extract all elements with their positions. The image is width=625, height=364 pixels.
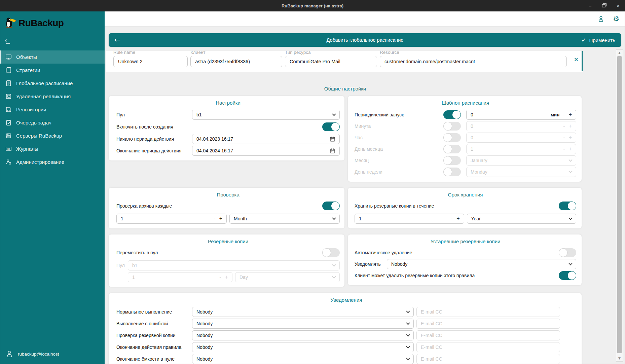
rubackup-logo: RuBackup [0, 11, 105, 35]
sidebar-item-logs[interactable]: log Журналы [0, 142, 105, 155]
retention-period-select[interactable]: Year [467, 214, 577, 224]
scrollbar-thumb[interactable] [617, 56, 622, 353]
chevron-down-icon [568, 169, 572, 173]
backup-verification-select[interactable]: Nobody [192, 330, 414, 340]
period-start-input[interactable]: 04.04.2023 16:17 0 [192, 134, 340, 144]
restore-icon[interactable] [602, 4, 605, 8]
pool-select[interactable]: b1 [192, 110, 340, 120]
notify-select[interactable]: Nobody [387, 259, 576, 269]
remove-rule-icon[interactable]: ✕ [574, 57, 579, 63]
apply-button[interactable]: ✓ Применить [581, 37, 621, 43]
sidebar-item-objects[interactable]: Объекты [0, 50, 105, 64]
increment-button[interactable]: + [569, 146, 572, 152]
normal-execution-email-cc-input[interactable] [416, 307, 560, 317]
notifications-card: Уведомления Нормальное выполнение Nobody… [109, 293, 582, 364]
calendar-icon[interactable]: 0 [330, 136, 335, 142]
scroll-down-icon[interactable]: ▼ [616, 357, 623, 360]
decrement-button[interactable]: - [216, 274, 225, 280]
rule-expiration-select[interactable]: Nobody [192, 342, 414, 352]
retention-count-spinner[interactable]: 1 - + [355, 214, 464, 224]
move-pool-select[interactable]: b1 [128, 260, 340, 270]
calendar-icon[interactable]: 0 [330, 148, 335, 154]
verify-count-spinner[interactable]: 1 - + [116, 214, 227, 224]
increment-button[interactable]: + [456, 216, 459, 222]
minimize-icon[interactable]: – [589, 4, 591, 8]
rule-name-input[interactable] [113, 56, 188, 67]
sidebar: RuBackup Объекты [0, 11, 105, 364]
pool-capacity-email-cc-input[interactable] [416, 354, 560, 364]
weekday-select[interactable]: Monday [466, 167, 576, 177]
minute-toggle[interactable] [443, 122, 461, 131]
sidebar-item-remote-replication[interactable]: Удалённая репликация [0, 90, 105, 103]
minute-label: Минута [355, 123, 443, 129]
sidebar-item-administration[interactable]: Администрирование [0, 155, 105, 169]
auto-delete-toggle[interactable] [559, 248, 576, 257]
decrement-button[interactable]: - [210, 216, 219, 222]
client-can-delete-toggle[interactable] [559, 271, 576, 280]
increment-button[interactable]: + [219, 216, 222, 222]
resource-input[interactable] [380, 56, 567, 67]
logs-icon: log [5, 146, 12, 152]
enable-after-create-toggle[interactable] [322, 122, 340, 131]
sidebar-item-global-schedule[interactable]: Глобальное расписание [0, 77, 105, 90]
verify-archive-toggle[interactable] [322, 202, 340, 210]
month-select[interactable]: January [466, 155, 576, 166]
collapse-sidebar-icon[interactable] [4, 37, 14, 45]
periodic-run-toggle[interactable] [443, 110, 461, 119]
decrement-button[interactable]: - [559, 123, 568, 129]
backup-verification-email-cc-input[interactable] [416, 330, 560, 340]
periodic-run-spinner[interactable]: 0 мин - + [466, 110, 576, 120]
logged-in-user: rubackup@localhost [0, 344, 105, 364]
profile-icon[interactable] [598, 15, 604, 22]
page-header: ← Добавить глобальное расписание ✓ Приме… [109, 33, 621, 47]
decrement-button[interactable]: - [559, 112, 568, 118]
move-count-spinner[interactable]: 1 - + [128, 272, 232, 282]
logo-text: RuBackup [19, 18, 64, 29]
sidebar-item-task-queue[interactable]: Очередь задач [0, 116, 105, 129]
chevron-down-icon [568, 261, 572, 265]
backup-copies-card: Резервные копии Переместить в пул Пул b1 [109, 234, 344, 287]
minute-spinner[interactable]: 0 - + [466, 121, 576, 131]
day-of-month-spinner[interactable]: 1 - + [466, 144, 576, 154]
sidebar-item-strategies[interactable]: Стратегии [0, 64, 105, 77]
client-can-delete-label: Клиент может удалить резервные копии это… [355, 273, 475, 278]
move-to-pool-toggle[interactable] [322, 248, 340, 257]
resource-type-label: Тип ресурса [285, 51, 377, 55]
increment-button[interactable]: + [569, 112, 572, 118]
toucan-logo-icon [4, 16, 16, 30]
verify-period-select[interactable]: Month [229, 214, 340, 224]
notify-label: Уведомлять [355, 261, 387, 267]
chevron-down-icon [332, 263, 336, 266]
hour-toggle[interactable] [443, 133, 461, 142]
keep-backups-toggle[interactable] [559, 202, 576, 210]
day-of-month-toggle[interactable] [443, 145, 461, 153]
sidebar-item-repository[interactable]: Репозиторий [0, 103, 105, 116]
decrement-button[interactable]: - [559, 135, 568, 141]
error-execution-email-cc-input[interactable] [416, 319, 560, 329]
schedule-template-title: Шаблон расписания [355, 100, 576, 106]
scroll-up-icon[interactable]: ▲ [616, 51, 623, 54]
error-execution-select[interactable]: Nobody [192, 319, 414, 329]
normal-execution-select[interactable]: Nobody [192, 307, 414, 317]
chevron-down-icon [406, 321, 410, 325]
resource-type-input[interactable] [285, 56, 377, 67]
month-toggle[interactable] [443, 156, 461, 165]
decrement-button[interactable]: - [559, 146, 568, 152]
settings-gear-icon[interactable]: ⚙ [613, 15, 619, 23]
move-period-select[interactable]: Day [235, 272, 340, 282]
increment-button[interactable]: + [569, 123, 572, 129]
hour-spinner[interactable]: 0 - + [466, 133, 576, 143]
increment-button[interactable]: + [569, 135, 572, 141]
replication-icon [5, 93, 12, 100]
schedule-template-card: Шаблон расписания Периодический запуск 0… [348, 96, 582, 182]
close-icon[interactable]: ✕ [616, 4, 620, 8]
increment-button[interactable]: + [225, 274, 228, 280]
sidebar-item-rubackup-servers[interactable]: Серверы RuBackup [0, 129, 105, 142]
period-end-input[interactable]: 04.04.2024 16:17 0 [192, 146, 340, 156]
client-input[interactable] [190, 56, 282, 67]
pool-capacity-select[interactable]: Nobody [192, 354, 414, 364]
decrement-button[interactable]: - [447, 216, 456, 222]
weekday-toggle[interactable] [443, 168, 461, 176]
rule-expiration-email-cc-input[interactable] [416, 342, 560, 352]
vertical-scrollbar[interactable]: ▲ ▼ [616, 49, 623, 362]
